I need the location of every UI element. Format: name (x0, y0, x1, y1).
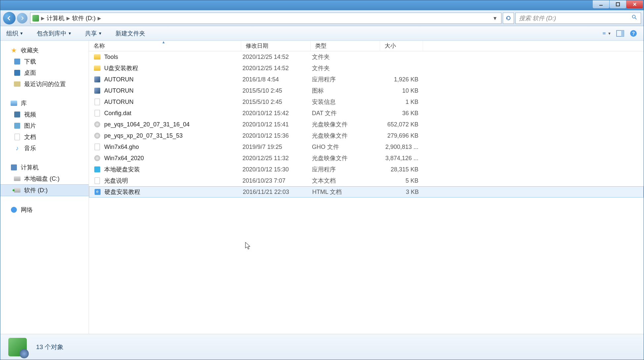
file-type: 文件夹 (312, 53, 381, 61)
file-date: 2016/11/21 22:03 (243, 189, 312, 196)
file-icon (94, 110, 101, 117)
network-icon (10, 206, 18, 213)
sidebar-network-header[interactable]: 网络 (0, 204, 89, 215)
file-row[interactable]: 本地硬盘安装2020/10/12 15:30应用程序28,315 KB (89, 164, 644, 175)
close-button[interactable] (626, 0, 643, 8)
file-type: 文本文档 (312, 177, 381, 185)
file-date: 2020/10/12 15:30 (242, 166, 312, 173)
file-date: 2015/5/10 2:45 (242, 99, 312, 106)
help-button[interactable]: ? (629, 30, 638, 37)
recent-icon (14, 80, 21, 88)
sidebar-libraries-header[interactable]: 库 (0, 98, 89, 109)
drive-large-icon (8, 338, 27, 356)
breadcrumb-seg-drive[interactable]: 软件 (D:) (70, 14, 98, 22)
drive-icon (32, 15, 39, 22)
sidebar-item-recent[interactable]: 最近访问的位置 (0, 78, 89, 90)
sidebar-item-drive-d[interactable]: 软件 (D:) (0, 184, 89, 196)
column-headers: ▲ 名称 修改日期 类型 大小 (89, 41, 644, 51)
sidebar-item-downloads[interactable]: 下载 (0, 56, 89, 67)
forward-button[interactable] (17, 13, 27, 23)
file-row[interactable]: Tools2020/12/25 14:52文件夹 (89, 51, 644, 63)
file-name: 硬盘安装教程 (105, 188, 140, 196)
file-size: 36 KB (381, 110, 424, 117)
chevron-right-icon: ▶ (98, 16, 101, 21)
sidebar-item-pictures[interactable]: 图片 (0, 120, 89, 131)
sidebar-item-desktop[interactable]: 桌面 (0, 67, 89, 78)
file-row[interactable]: AUTORUN2015/5/10 2:45安装信息1 KB (89, 96, 644, 108)
address-bar[interactable]: ▶ 计算机 ▶ 软件 (D:) ▶ ▾ (30, 13, 501, 24)
file-row[interactable]: Win7x64.gho2019/9/7 19:25GHO 文件2,900,813… (89, 141, 644, 153)
file-name: AUTORUN (104, 99, 134, 106)
status-text: 13 个对象 (36, 343, 64, 351)
chevron-right-icon: ▶ (66, 16, 70, 21)
sidebar-computer-header[interactable]: 计算机 (0, 162, 89, 173)
sidebar-item-music[interactable]: ♪ 音乐 (0, 143, 89, 154)
music-icon: ♪ (14, 145, 21, 152)
content-area: ★ 收藏夹 下载 桌面 最近访问的位置 (0, 41, 644, 334)
file-list[interactable]: ▲ 名称 修改日期 类型 大小 Tools2020/12/25 14:52文件夹… (89, 41, 644, 334)
minimize-button[interactable] (593, 0, 609, 8)
column-date[interactable]: 修改日期 (241, 41, 311, 51)
organize-menu[interactable]: 组织▼ (6, 29, 23, 37)
file-icon (94, 76, 101, 83)
file-row[interactable]: AUTORUN2016/1/8 4:54应用程序1,926 KB (89, 74, 644, 85)
share-menu[interactable]: 共享▼ (85, 29, 102, 37)
file-icon (94, 177, 101, 184)
newfolder-button[interactable]: 新建文件夹 (115, 29, 145, 37)
file-name: Config.dat (104, 110, 131, 117)
file-row[interactable]: pe_yqs_xp_20_07_31_15_532020/10/12 15:36… (89, 130, 644, 141)
search-input[interactable]: 搜索 软件 (D:) (515, 13, 641, 24)
file-size: 652,072 KB (381, 121, 424, 128)
file-name: 光盘说明 (104, 177, 128, 185)
include-menu[interactable]: 包含到库中▼ (37, 29, 72, 37)
video-icon (14, 111, 21, 118)
sidebar-item-drive-c[interactable]: 本地磁盘 (C:) (0, 173, 89, 184)
file-row[interactable]: pe_yqs_1064_20_07_31_16_042020/10/12 15:… (89, 119, 644, 130)
back-button[interactable] (3, 12, 16, 24)
file-size: 3,874,126 ... (381, 155, 424, 162)
file-name: Win7x64.gho (104, 144, 139, 151)
file-icon (94, 166, 101, 173)
refresh-button[interactable] (503, 13, 514, 24)
sidebar-favorites-header[interactable]: ★ 收藏夹 (0, 45, 89, 56)
svg-rect-1 (616, 3, 620, 6)
file-size: 2,900,813 ... (381, 144, 424, 151)
file-size: 28,315 KB (381, 166, 424, 173)
computer-icon (10, 164, 18, 171)
file-row[interactable]: 硬盘安装教程2016/11/21 22:03HTML 文档3 KB (89, 186, 644, 198)
sidebar-item-documents[interactable]: 文档 (0, 131, 89, 143)
view-mode-button[interactable]: ▼ (603, 30, 611, 37)
file-date: 2020/12/25 14:52 (242, 54, 312, 61)
file-icon (94, 98, 101, 106)
file-row[interactable]: Config.dat2020/10/12 15:42DAT 文件36 KB (89, 108, 644, 119)
svg-rect-0 (599, 5, 603, 6)
libraries-icon (10, 100, 18, 107)
file-name: AUTORUN (104, 87, 134, 94)
maximize-button[interactable] (610, 0, 626, 8)
file-size: 10 KB (381, 87, 424, 94)
file-type: 光盘映像文件 (312, 120, 381, 128)
address-dropdown-icon[interactable]: ▾ (491, 15, 499, 22)
sidebar-item-videos[interactable]: 视频 (0, 109, 89, 120)
file-row[interactable]: 光盘说明2016/10/23 7:07文本文档5 KB (89, 175, 644, 186)
file-row[interactable]: Win7x64_20202020/12/25 11:32光盘映像文件3,874,… (89, 153, 644, 164)
search-placeholder: 搜索 软件 (D:) (519, 14, 556, 22)
file-date: 2020/10/12 15:41 (242, 121, 312, 128)
column-size[interactable]: 大小 (380, 41, 423, 51)
chevron-down-icon: ▼ (20, 31, 23, 36)
svg-text:?: ? (632, 31, 635, 36)
file-date: 2016/1/8 4:54 (242, 76, 312, 83)
file-name: Tools (104, 54, 118, 61)
file-date: 2020/10/12 15:36 (242, 132, 312, 139)
chevron-down-icon: ▼ (98, 31, 102, 36)
column-type[interactable]: 类型 (311, 41, 380, 51)
file-icon (94, 143, 101, 151)
file-row[interactable]: U盘安装教程2020/12/25 14:52文件夹 (89, 63, 644, 74)
chevron-down-icon: ▼ (68, 31, 72, 36)
file-type: 图标 (312, 87, 381, 95)
file-row[interactable]: AUTORUN2015/5/10 2:45图标10 KB (89, 85, 644, 96)
preview-pane-button[interactable] (616, 30, 624, 37)
file-icon (94, 87, 101, 94)
breadcrumb-seg-computer[interactable]: 计算机 (45, 14, 66, 22)
titlebar (0, 0, 644, 10)
